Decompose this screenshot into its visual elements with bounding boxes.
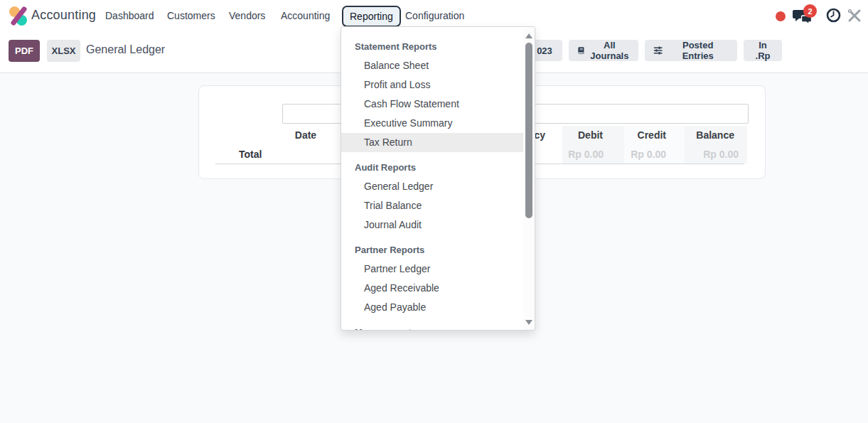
menu-item-balance-sheet[interactable]: Balance Sheet	[341, 56, 525, 75]
menu-item-profit-and-loss[interactable]: Profit and Loss	[341, 75, 525, 95]
messages-button[interactable]: 2	[793, 7, 817, 26]
posted-entries-filter-label: Posted Entries	[667, 40, 729, 61]
pdf-export-button[interactable]: PDF	[9, 40, 40, 62]
column-header-debit: Debit	[578, 129, 603, 141]
journals-filter-button[interactable]: All Journals	[569, 40, 638, 61]
nav-item-vendors[interactable]: Vendors	[229, 10, 265, 21]
currency-filter-button[interactable]: In .Rp	[744, 40, 782, 61]
screen: Accounting Dashboard Customers Vendors A…	[0, 0, 868, 423]
book-icon	[577, 45, 585, 55]
triangle-up-icon[interactable]	[525, 33, 532, 38]
activities-button[interactable]	[826, 8, 841, 23]
nav-item-accounting[interactable]: Accounting	[281, 10, 330, 21]
page-title: General Ledger	[86, 43, 165, 56]
menu-item-partner-ledger[interactable]: Partner Ledger	[341, 259, 525, 279]
column-header-balance: Balance	[696, 129, 734, 141]
total-credit-value: Rp 0.00	[631, 149, 666, 160]
total-row-label: Total	[239, 149, 262, 160]
nav-item-configuration[interactable]: Configuration	[405, 10, 464, 21]
total-balance-value: Rp 0.00	[703, 149, 739, 160]
reporting-menu-content: Statement Reports Balance Sheet Profit a…	[341, 27, 525, 331]
menu-section-gap	[341, 235, 525, 240]
menu-item-cash-flow-statement[interactable]: Cash Flow Statement	[341, 95, 525, 114]
column-header-date: Date	[284, 129, 327, 141]
xlsx-export-button[interactable]: XLSX	[47, 40, 80, 62]
nav-item-reporting[interactable]: Reporting	[342, 6, 401, 27]
debug-tools-button[interactable]	[847, 9, 862, 23]
menu-item-executive-summary[interactable]: Executive Summary	[341, 114, 525, 133]
app-logo-icon[interactable]	[9, 6, 28, 26]
menu-item-aged-payable[interactable]: Aged Payable	[341, 298, 525, 317]
message-count-badge: 2	[803, 4, 817, 18]
sliders-icon	[653, 45, 663, 55]
scrollbar-thumb[interactable]	[525, 43, 532, 218]
journals-filter-label: All Journals	[589, 40, 630, 61]
tools-icon	[847, 9, 862, 23]
menu-item-tax-return[interactable]: Tax Return	[341, 133, 525, 152]
menu-item-aged-receivable[interactable]: Aged Receivable	[341, 279, 525, 298]
app-name: Accounting	[31, 8, 96, 23]
menu-section-partner-reports: Partner Reports	[341, 240, 525, 259]
menu-section-audit-reports: Audit Reports	[341, 158, 525, 177]
activity-dot-icon[interactable]	[776, 11, 786, 21]
menu-section-statement-reports: Statement Reports	[341, 37, 525, 56]
total-debit-value: Rp 0.00	[568, 149, 604, 160]
menu-section-gap	[341, 152, 525, 158]
menu-item-trial-balance[interactable]: Trial Balance	[341, 196, 525, 215]
menu-section-management: Management	[341, 323, 525, 331]
nav-item-dashboard[interactable]: Dashboard	[105, 10, 154, 21]
column-header-credit: Credit	[638, 129, 666, 141]
menu-item-general-ledger[interactable]: General Ledger	[341, 177, 525, 196]
posted-entries-filter-button[interactable]: Posted Entries	[645, 40, 737, 61]
clock-icon	[826, 8, 841, 23]
menu-item-journal-audit[interactable]: Journal Audit	[341, 215, 525, 235]
reporting-dropdown-menu: Statement Reports Balance Sheet Profit a…	[341, 26, 535, 331]
triangle-down-icon[interactable]	[525, 320, 532, 325]
menu-section-gap	[341, 317, 525, 323]
nav-item-customers[interactable]: Customers	[167, 10, 215, 21]
dropdown-scrollbar[interactable]	[523, 28, 534, 331]
